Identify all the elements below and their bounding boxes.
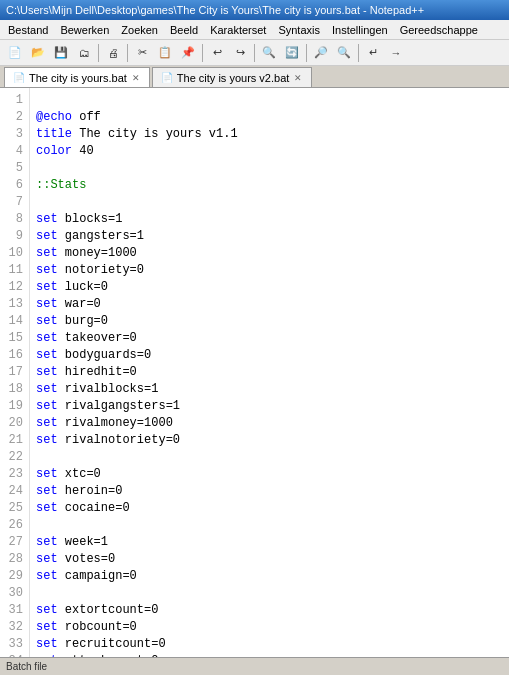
menu-item-gereedschappe[interactable]: Gereedschappe xyxy=(394,22,484,38)
tab-icon-1: 📄 xyxy=(161,72,173,83)
title-bar-text: C:\Users\Mijn Dell\Desktop\games\The Cit… xyxy=(6,4,424,16)
zoom-out-button[interactable]: 🔍 xyxy=(333,42,355,64)
menu-item-syntaxis[interactable]: Syntaxis xyxy=(272,22,326,38)
menu-item-zoeken[interactable]: Zoeken xyxy=(115,22,164,38)
status-bar: Batch file xyxy=(0,657,509,675)
replace-button[interactable]: 🔄 xyxy=(281,42,303,64)
zoom-in-button[interactable]: 🔎 xyxy=(310,42,332,64)
tab-0[interactable]: 📄The city is yours.bat✕ xyxy=(4,67,150,87)
editor: 1 2 3 4 5 6 7 8 9 10 11 12 13 14 15 16 1… xyxy=(0,88,509,657)
sep1 xyxy=(98,44,99,62)
menu-item-bestand[interactable]: Bestand xyxy=(2,22,54,38)
status-text: Batch file xyxy=(6,661,47,672)
sep4 xyxy=(254,44,255,62)
undo-button[interactable]: ↩ xyxy=(206,42,228,64)
tab-icon-0: 📄 xyxy=(13,72,25,83)
menu-bar: BestandBewerkenZoekenBeeldKaraktersetSyn… xyxy=(0,20,509,40)
redo-button[interactable]: ↪ xyxy=(229,42,251,64)
tab-label-1: The city is yours v2.bat xyxy=(177,72,290,84)
menu-item-karakterset[interactable]: Karakterset xyxy=(204,22,272,38)
menu-item-bewerken[interactable]: Bewerken xyxy=(54,22,115,38)
save-all-button[interactable]: 🗂 xyxy=(73,42,95,64)
tab-label-0: The city is yours.bat xyxy=(29,72,127,84)
cut-button[interactable]: ✂ xyxy=(131,42,153,64)
print-button[interactable]: 🖨 xyxy=(102,42,124,64)
menu-item-instellingen[interactable]: Instellingen xyxy=(326,22,394,38)
sep5 xyxy=(306,44,307,62)
wrap-button[interactable]: ↵ xyxy=(362,42,384,64)
sep6 xyxy=(358,44,359,62)
title-bar: C:\Users\Mijn Dell\Desktop\games\The Cit… xyxy=(0,0,509,20)
save-button[interactable]: 💾 xyxy=(50,42,72,64)
toolbar: 📄 📂 💾 🗂 🖨 ✂ 📋 📌 ↩ ↪ 🔍 🔄 🔎 🔍 ↵ → xyxy=(0,40,509,66)
open-button[interactable]: 📂 xyxy=(27,42,49,64)
paste-button[interactable]: 📌 xyxy=(177,42,199,64)
copy-button[interactable]: 📋 xyxy=(154,42,176,64)
tab-close-1[interactable]: ✕ xyxy=(293,73,303,83)
tab-bar: 📄The city is yours.bat✕📄The city is your… xyxy=(0,66,509,88)
code-area[interactable]: @echo off title The city is yours v1.1 c… xyxy=(30,88,509,657)
new-button[interactable]: 📄 xyxy=(4,42,26,64)
indent-button[interactable]: → xyxy=(385,42,407,64)
line-numbers: 1 2 3 4 5 6 7 8 9 10 11 12 13 14 15 16 1… xyxy=(0,88,30,657)
find-button[interactable]: 🔍 xyxy=(258,42,280,64)
sep2 xyxy=(127,44,128,62)
menu-item-beeld[interactable]: Beeld xyxy=(164,22,204,38)
sep3 xyxy=(202,44,203,62)
tab-close-0[interactable]: ✕ xyxy=(131,73,141,83)
tab-1[interactable]: 📄The city is yours v2.bat✕ xyxy=(152,67,313,87)
